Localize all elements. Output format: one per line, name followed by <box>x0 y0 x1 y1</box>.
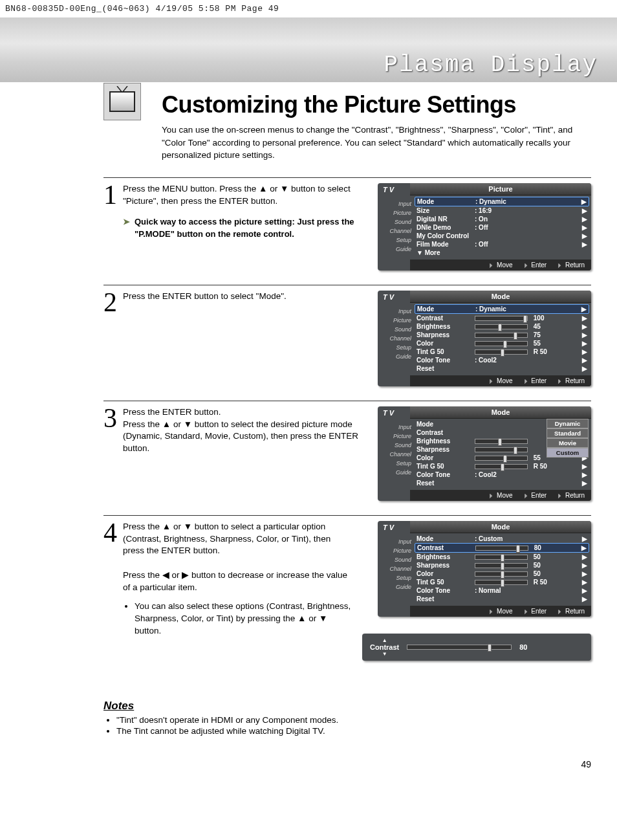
menu-row: Tint G 50 R 50▶ <box>417 462 587 470</box>
sidebar-setup: Setup <box>379 344 411 351</box>
step-num-4: 4 <box>103 521 123 637</box>
sidebar-picture: Picture <box>379 433 411 439</box>
notes-heading: Notes <box>103 700 591 713</box>
menu-row: Tint G 50 R 50▶ <box>417 348 587 356</box>
menu-row: Sharpness 75▶ <box>417 331 587 339</box>
osd-mode-1: T V Mode InputPictureSoundChannelSetupGu… <box>378 291 591 386</box>
menu-row: Contrast 100▶ <box>417 314 587 322</box>
mode-option-standard: Standard <box>547 428 589 438</box>
note-item: "Tint" doesn't operate in HDMI or any Co… <box>116 715 591 725</box>
band-title: Plasma Display <box>384 52 598 78</box>
menu-row: Tint G 50 R 50▶ <box>417 578 587 586</box>
menu-row: Reset▶ <box>417 479 587 487</box>
sidebar-channel: Channel <box>379 451 411 458</box>
menu-row: Brightness 50▶ <box>417 553 587 561</box>
sidebar-setup: Setup <box>379 575 411 581</box>
osd-picture: T V Picture InputPictureSoundChannelSetu… <box>378 183 591 271</box>
mode-option-movie: Movie <box>547 438 589 448</box>
step-1: 1 Press the MENU button. Press the ▲ or … <box>103 177 591 280</box>
menu-row: Color 55▶ <box>417 339 587 348</box>
step-num-3: 3 <box>103 406 123 456</box>
sidebar-picture: Picture <box>379 317 411 324</box>
tv-icon <box>103 83 141 120</box>
menu-row: Contrast 80▶ <box>415 543 589 553</box>
page-number: 49 <box>0 759 591 769</box>
sidebar-sound: Sound <box>379 557 411 563</box>
menu-row: Color Tone: Cool2▶ <box>417 470 587 479</box>
step-3: 3 Press the ENTER button.Press the ▲ or … <box>103 401 591 510</box>
sidebar-setup: Setup <box>379 237 411 243</box>
sidebar-sound: Sound <box>379 442 411 448</box>
step-text-4: Press the ▲ or ▼ button to select a part… <box>123 521 357 637</box>
step-text-3: Press the ENTER button.Press the ▲ or ▼ … <box>123 406 367 456</box>
note-item: The Tint cannot be adjusted while watchi… <box>116 726 591 736</box>
step-num-1: 1 <box>103 183 123 240</box>
menu-row: Brightness 45▶ <box>417 322 587 331</box>
menu-row: Size: 16:9▶ <box>417 206 587 215</box>
sidebar-picture: Picture <box>379 547 411 554</box>
sidebar-input: Input <box>379 424 411 430</box>
step-2: 2 Press the ENTER button to select "Mode… <box>103 285 591 395</box>
step-num-2: 2 <box>103 291 123 315</box>
sidebar-sound: Sound <box>379 326 411 333</box>
menu-row: Mode: Custom▶ <box>417 535 587 543</box>
sidebar-guide: Guide <box>379 469 411 476</box>
menu-row: My Color Control▶ <box>417 232 587 240</box>
mode-option-dynamic: Dynamic <box>547 419 589 428</box>
sidebar-sound: Sound <box>379 219 411 225</box>
menu-row: Mode: Dynamic▶ <box>415 197 589 206</box>
quick-note: Quick way to access the picture setting:… <box>135 216 362 239</box>
menu-row: DNIe Demo: Off▶ <box>417 223 587 232</box>
sidebar-input: Input <box>379 201 411 207</box>
menu-row: Sharpness 50▶ <box>417 561 587 569</box>
sidebar-guide: Guide <box>379 584 411 590</box>
intro-text: You can use the on-screen menus to chang… <box>162 124 591 162</box>
mode-option-custom: Custom <box>547 448 589 458</box>
menu-row: Reset▶ <box>417 595 587 603</box>
menu-row: Film Mode: Off▶ <box>417 240 587 249</box>
menu-row: Reset▶ <box>417 364 587 373</box>
sidebar-channel: Channel <box>379 566 411 572</box>
sidebar-input: Input <box>379 538 411 545</box>
step-text-2: Press the ENTER button to select "Mode". <box>123 291 367 315</box>
step-4: 4 Press the ▲ or ▼ button to select a pa… <box>103 515 591 661</box>
menu-row: Color Tone: Cool2▶ <box>417 356 587 364</box>
sidebar-channel: Channel <box>379 228 411 234</box>
crop-mark: BN68-00835D-00Eng_(046~063) 4/19/05 5:58… <box>0 0 617 17</box>
sidebar-picture: Picture <box>379 210 411 216</box>
notes-section: Notes "Tint" doesn't operate in HDMI or … <box>103 700 591 736</box>
sidebar-setup: Setup <box>379 460 411 467</box>
menu-row: Color Tone: Normal▶ <box>417 586 587 595</box>
sidebar-guide: Guide <box>379 353 411 360</box>
step-text-1: Press the MENU button. Press the ▲ or ▼ … <box>123 184 351 206</box>
header-band: Plasma Display <box>0 17 617 82</box>
osd-mode-options: T V Mode InputPictureSoundChannelSetupGu… <box>378 406 591 501</box>
menu-row: ▼ More <box>417 249 587 257</box>
page-title: Customizing the Picture Settings <box>162 91 591 118</box>
menu-row: Mode: Dynamic▶ <box>415 304 589 314</box>
sidebar-input: Input <box>379 308 411 315</box>
sidebar-channel: Channel <box>379 335 411 342</box>
osd-mode-custom: T V Mode InputPictureSoundChannelSetupGu… <box>378 521 591 617</box>
contrast-adjust-bar: ▲ Contrast ▼ 80 <box>362 634 591 661</box>
menu-row: Digital NR: On▶ <box>417 215 587 223</box>
menu-row: Color 50▶ <box>417 569 587 578</box>
sidebar-guide: Guide <box>379 246 411 252</box>
